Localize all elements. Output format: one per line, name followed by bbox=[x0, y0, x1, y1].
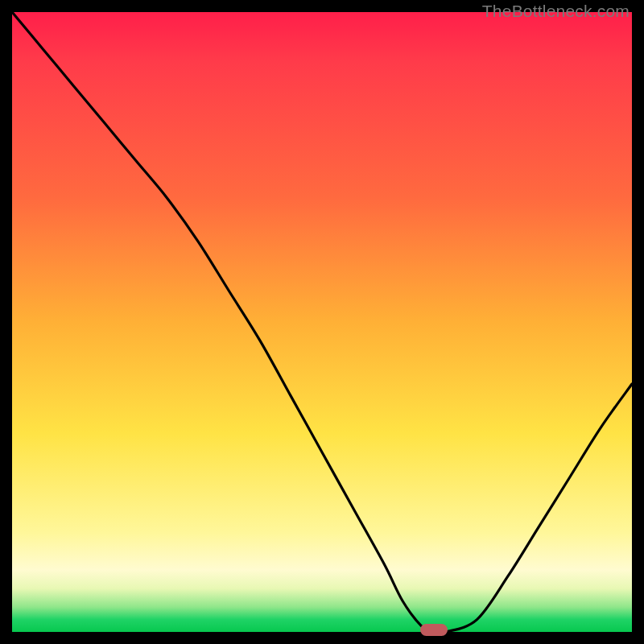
chart-frame: TheBottleneck.com bbox=[0, 0, 644, 644]
watermark-text: TheBottleneck.com bbox=[482, 2, 630, 21]
chart-plot-area bbox=[12, 12, 632, 632]
bottleneck-curve bbox=[12, 12, 632, 632]
optimal-marker bbox=[420, 624, 448, 636]
